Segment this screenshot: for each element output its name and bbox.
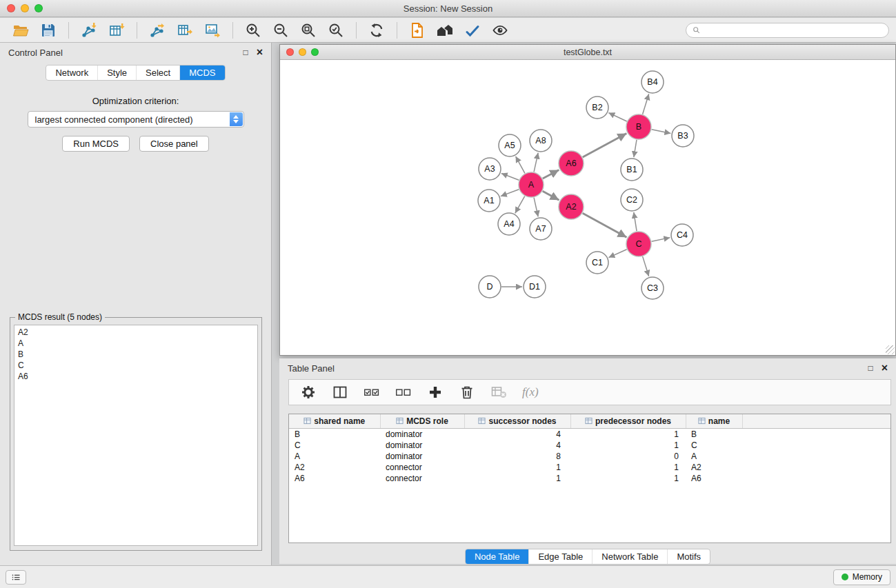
function-builder-icon[interactable]: f(x) [522, 385, 539, 399]
minimize-window-button[interactable] [21, 4, 29, 12]
network-node-C1[interactable]: C1 [586, 252, 608, 274]
network-edge-A-A6[interactable] [543, 170, 559, 179]
network-node-A1[interactable]: A1 [478, 190, 500, 212]
network-node-B3[interactable]: B3 [672, 125, 694, 147]
network-edge-B-B3[interactable] [652, 130, 671, 134]
table-row[interactable]: Adominator80A [289, 451, 890, 462]
network-edge-B-B2[interactable] [608, 113, 626, 121]
tab-mcds[interactable]: MCDS [180, 65, 224, 80]
export-image-icon[interactable] [202, 21, 223, 40]
add-icon[interactable] [425, 383, 446, 402]
mcds-result-item[interactable]: A [18, 338, 254, 349]
network-node-A5[interactable]: A5 [499, 134, 521, 156]
network-node-C4[interactable]: C4 [671, 224, 693, 246]
column-header[interactable]: predecessor nodes [570, 414, 686, 428]
network-edge-C-C4[interactable] [652, 238, 670, 242]
zoom-out-icon[interactable] [270, 21, 291, 40]
import-network-icon[interactable] [79, 21, 99, 40]
network-node-B1[interactable]: B1 [621, 159, 643, 181]
trash-icon[interactable] [457, 383, 477, 402]
column-header[interactable]: shared name [289, 414, 380, 428]
tab-network[interactable]: Network [46, 65, 98, 80]
export-table-icon[interactable] [175, 21, 195, 40]
memory-button[interactable]: Memory [833, 569, 890, 585]
zoom-in-icon[interactable] [243, 21, 263, 40]
network-node-A[interactable]: A [519, 172, 544, 197]
mcds-result-item[interactable]: B [18, 349, 254, 360]
gear-icon[interactable] [298, 383, 319, 402]
network-edge-A-A2[interactable] [543, 191, 559, 200]
network-node-A7[interactable]: A7 [530, 218, 552, 240]
first-neighbors-icon[interactable] [407, 21, 428, 40]
tab-node-table[interactable]: Node Table [466, 549, 530, 564]
network-node-A8[interactable]: A8 [530, 130, 552, 152]
close-table-panel-icon[interactable]: × [882, 363, 888, 374]
tab-edge-table[interactable]: Edge Table [529, 549, 593, 564]
network-node-C2[interactable]: C2 [621, 189, 643, 211]
network-edge-C-C2[interactable] [634, 212, 637, 231]
deselect-all-icon[interactable] [393, 383, 414, 402]
close-panel-button[interactable]: Close panel [139, 136, 209, 152]
network-edge-C-C3[interactable] [643, 256, 649, 276]
home-icon[interactable] [435, 21, 455, 40]
mcds-result-item[interactable]: A6 [18, 371, 254, 382]
column-header[interactable]: MCDS role [380, 414, 464, 428]
network-edge-B-B1[interactable] [634, 140, 637, 157]
network-edge-C-C1[interactable] [608, 250, 626, 258]
network-close-button[interactable] [286, 48, 294, 56]
network-node-A6[interactable]: A6 [559, 151, 584, 176]
network-edge-A-A3[interactable] [501, 173, 519, 180]
network-node-C[interactable]: C [626, 232, 651, 256]
network-edge-A-A8[interactable] [534, 153, 538, 172]
close-window-button[interactable] [7, 4, 15, 12]
network-node-D1[interactable]: D1 [524, 276, 546, 298]
column-header[interactable]: successor nodes [464, 414, 570, 428]
eye-icon[interactable] [490, 21, 510, 40]
tab-select[interactable]: Select [137, 65, 180, 80]
network-edge-A-A7[interactable] [534, 198, 538, 217]
zoom-fit-icon[interactable] [298, 21, 319, 40]
table-row[interactable]: Cdominator41C [289, 440, 890, 451]
tab-network-table[interactable]: Network Table [593, 549, 668, 564]
table-row[interactable]: Bdominator41B [289, 428, 890, 440]
table-row[interactable]: A6connector11A6 [289, 473, 890, 484]
search-input[interactable] [704, 26, 883, 35]
network-edge-B-B4[interactable] [643, 94, 649, 114]
network-edge-A6-B[interactable] [583, 134, 627, 157]
network-node-B2[interactable]: B2 [586, 97, 608, 119]
save-icon[interactable] [38, 21, 59, 40]
float-panel-icon[interactable]: □ [243, 48, 248, 57]
open-icon[interactable] [10, 21, 31, 40]
network-minimize-button[interactable] [299, 48, 306, 56]
close-panel-icon[interactable]: × [257, 47, 263, 58]
network-node-A3[interactable]: A3 [479, 158, 501, 180]
run-mcds-button[interactable]: Run MCDS [62, 136, 130, 152]
network-node-B4[interactable]: B4 [641, 71, 664, 93]
network-edge-A-A4[interactable] [515, 196, 525, 214]
zoom-window-button[interactable] [34, 4, 43, 12]
network-edge-A2-C[interactable] [583, 213, 627, 237]
columns-icon[interactable] [330, 383, 350, 402]
delete-table-icon[interactable] [488, 383, 509, 402]
network-edge-A-A1[interactable] [501, 190, 519, 196]
export-network-icon[interactable] [147, 21, 168, 40]
network-node-D[interactable]: D [479, 276, 501, 298]
mcds-result-item[interactable]: A2 [18, 327, 254, 338]
network-edge-A-A5[interactable] [516, 156, 525, 173]
network-canvas[interactable]: B4B2BB3A8A5A6A3B1AA1C2A2A4A7C4CC1C3DD1 [280, 60, 895, 355]
zoom-selected-icon[interactable] [326, 21, 346, 40]
tab-style[interactable]: Style [98, 65, 137, 80]
resize-corner[interactable] [886, 345, 895, 354]
refresh-icon[interactable] [366, 21, 387, 40]
mcds-result-item[interactable]: C [18, 360, 254, 371]
table-row[interactable]: A2connector11A2 [289, 462, 890, 473]
network-node-B[interactable]: B [626, 114, 651, 139]
network-node-A2[interactable]: A2 [559, 194, 584, 219]
optimization-criterion-select[interactable]: largest connected component (directed) [28, 111, 244, 128]
show-panels-button[interactable] [6, 570, 26, 585]
select-all-icon[interactable] [361, 383, 382, 402]
network-zoom-button[interactable] [311, 48, 319, 56]
network-node-A4[interactable]: A4 [498, 213, 520, 235]
column-header[interactable]: name [686, 414, 742, 428]
tab-motifs[interactable]: Motifs [668, 549, 710, 564]
